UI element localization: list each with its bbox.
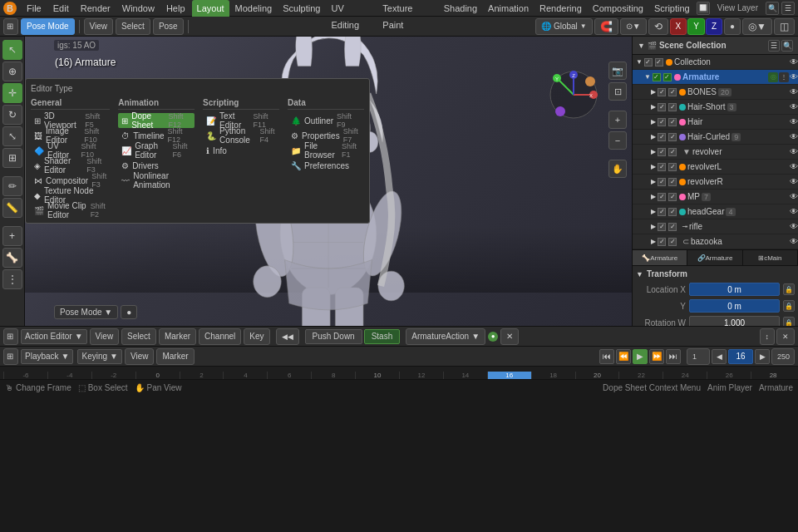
pose-mode-button[interactable]: Pose Mode (21, 18, 75, 35)
workspace-tab-animation[interactable]: Animation (483, 0, 534, 17)
location-y-field[interactable]: 0 m (689, 299, 780, 313)
eye-icon[interactable]: 👁 (790, 132, 798, 141)
add-tool[interactable]: + (2, 226, 22, 246)
visibility-checkbox[interactable] (658, 178, 666, 186)
jump-start-btn[interactable]: ⏮ (599, 349, 614, 364)
end-marker[interactable]: ▶ (755, 349, 770, 364)
current-frame-display[interactable]: 16 (728, 349, 753, 364)
workspace-tab-layout[interactable]: Layout (192, 0, 229, 17)
menu-file[interactable]: File (22, 0, 47, 17)
action-x-btn[interactable]: ✕ (500, 328, 519, 345)
snap-btn[interactable]: 🧲 (594, 18, 618, 35)
render-checkbox[interactable] (668, 238, 677, 246)
annotate-tool[interactable]: ✏ (2, 176, 22, 196)
render-checkbox[interactable] (663, 73, 672, 81)
eye-icon[interactable]: 👁 (790, 162, 798, 171)
keying-select[interactable]: Keying ▼ (77, 349, 121, 364)
proportional-btn[interactable]: ⊙▼ (620, 18, 647, 35)
visibility-checkbox[interactable] (644, 58, 653, 66)
lock-y-btn[interactable]: 🔒 (783, 300, 795, 312)
eye-icon[interactable]: 👁 (790, 192, 798, 201)
move-tool[interactable]: ✛ (2, 83, 22, 103)
marker-timeline-btn[interactable]: Marker (156, 348, 194, 365)
location-x-field[interactable]: 0 m (689, 283, 780, 296)
key-anim-btn[interactable]: Key (244, 328, 269, 345)
z-btn[interactable]: Z (706, 18, 722, 35)
visibility-checkbox[interactable] (658, 163, 666, 171)
menu-window[interactable]: Window (117, 0, 160, 17)
workspace-tab-scripting[interactable]: Scripting (649, 0, 695, 17)
collection-item-collection[interactable]: ▼ Collection 👁 (633, 55, 798, 70)
action-pinned-icon[interactable]: ● (488, 332, 498, 342)
collection-item-revolverL[interactable]: ▶ revolverL 👁 (633, 160, 798, 175)
zoom-in-btn[interactable]: + (608, 111, 627, 129)
start-frame-input[interactable]: 1 (687, 348, 710, 365)
menu-help[interactable]: Help (161, 0, 190, 17)
view-menu[interactable]: View (84, 18, 114, 35)
extra-tool[interactable]: ⋮ (2, 269, 22, 289)
eye-icon[interactable]: 👁 (790, 207, 798, 216)
render-checkbox[interactable] (668, 163, 677, 171)
y-btn[interactable]: Y (687, 18, 705, 35)
editor-type-timeline-btn[interactable]: ⊞ (3, 348, 18, 365)
range-start-btn[interactable]: ◀◀ (276, 328, 299, 345)
collection-item-mp[interactable]: ▶ MP 7 👁 (633, 190, 798, 204)
rotation-w-field[interactable]: 1.000 (689, 316, 780, 326)
collection-item-bazooka[interactable]: ▶ ⊂ bazooka 👁 (633, 234, 798, 249)
visibility-checkbox[interactable] (658, 103, 666, 111)
visibility-checkbox[interactable] (658, 208, 666, 216)
render-checkbox[interactable] (668, 133, 677, 141)
perspective-btn[interactable]: ⊡ (608, 82, 627, 101)
collection-item-hair-short[interactable]: ▶ Hair-Short 3 👁 (633, 100, 798, 115)
shading-solid-btn[interactable]: ● (724, 18, 741, 35)
eye-icon[interactable]: 👁 (790, 147, 798, 156)
popup-outliner[interactable]: 🌲 Outliner Shift F9 (288, 113, 364, 128)
jump-end-btn[interactable]: ⏭ (666, 349, 681, 364)
popup-python-console[interactable]: 🐍 Python Console Shift F4 (203, 128, 279, 143)
popup-dope-sheet[interactable]: ⊞ Dope Sheet Shift F12 (118, 113, 195, 128)
popup-movie-clip-editor[interactable]: 🎬 Movie Clip Editor Shift F2 (31, 203, 110, 218)
menu-render[interactable]: Render (76, 0, 116, 17)
collection-item-revolver[interactable]: ▶ ▼ revolver 👁 (633, 145, 798, 160)
pan-btn[interactable]: ✋ (608, 160, 627, 178)
workspace-tab-uv[interactable]: UV Editing (326, 0, 377, 17)
eye-icon[interactable]: 👁 (790, 102, 798, 111)
blender-logo-icon[interactable]: B (3, 2, 17, 15)
popup-graph-editor[interactable]: 📈 Graph Editor Shift F6 (118, 143, 195, 158)
pose-mode-corner-btn[interactable]: Pose Mode ▼ (54, 305, 118, 319)
eye-icon[interactable]: 👁 (790, 177, 798, 186)
transform-tool[interactable]: ⊞ (2, 148, 22, 168)
view-layer-icon[interactable]: 🔲 (697, 2, 710, 15)
marker-anim-btn[interactable]: Marker (159, 328, 196, 345)
armature-tab-1[interactable]: 🦴 Armature (633, 250, 687, 265)
collection-item-armature[interactable]: ▼ Armature ◎ ⋮ 👁 (633, 70, 798, 85)
menu-edit[interactable]: Edit (48, 0, 74, 17)
eye-icon[interactable]: 👁 (790, 57, 798, 66)
filter-icon[interactable]: ☰ (781, 2, 795, 15)
eye-icon[interactable]: 👁 (790, 87, 798, 96)
workspace-tab-compositing[interactable]: Compositing (588, 0, 648, 17)
rotate-tool[interactable]: ↻ (2, 105, 22, 125)
visibility-checkbox[interactable] (653, 73, 661, 81)
eye-icon[interactable]: 👁 (790, 237, 798, 246)
axis-gizmo[interactable]: X Y Z (549, 70, 598, 120)
armature-eye-icon[interactable]: 👁 (790, 72, 798, 82)
scale-tool[interactable]: ⤡ (2, 126, 22, 146)
transform-btn[interactable]: ⟲ (648, 18, 668, 35)
render-checkbox[interactable] (668, 208, 677, 216)
viewport-shading-btn[interactable]: ● (121, 305, 137, 319)
render-checkbox[interactable] (668, 148, 677, 156)
eye-icon[interactable]: 👁 (790, 222, 798, 231)
workspace-tab-texture-paint[interactable]: Texture Paint (377, 0, 437, 17)
armature-render-icon[interactable]: ◎ (768, 72, 778, 82)
editor-type-button[interactable]: ⊞ (3, 18, 18, 35)
render-checkbox[interactable] (668, 178, 677, 186)
camera-view-btn[interactable]: 📷 (608, 62, 627, 80)
measure-tool[interactable]: 📏 (2, 198, 22, 218)
stash-btn[interactable]: Stash (364, 329, 401, 344)
end-frame-input[interactable]: 250 (771, 348, 795, 365)
start-marker[interactable]: ◀ (712, 349, 727, 364)
workspace-tab-shading[interactable]: Shading (439, 0, 482, 17)
search-outliner-icon[interactable]: 🔍 (781, 40, 793, 52)
global-btn[interactable]: 🌐 Global ▼ (535, 18, 593, 35)
